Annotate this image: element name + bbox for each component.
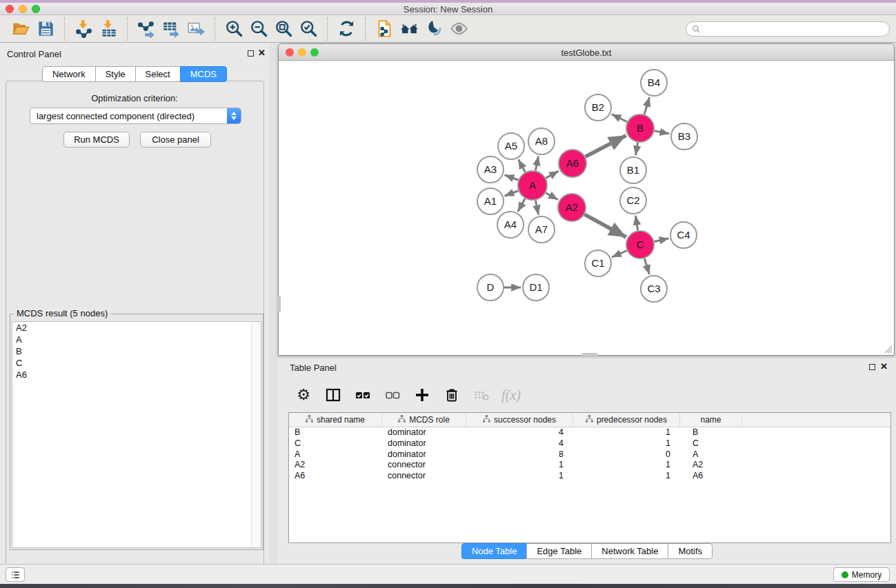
cell-predecessor-nodes[interactable]: 1 <box>573 427 680 438</box>
cell-predecessor-nodes[interactable]: 1 <box>573 471 680 482</box>
node-B3[interactable]: B3 <box>671 123 697 150</box>
cell-shared-name[interactable]: C <box>289 438 382 449</box>
node-A[interactable]: A <box>518 171 547 200</box>
network-graph[interactable]: B4B2BB3A8A5A6A3B1AA1C2A2A4A7C4CC1C3DD1 <box>279 61 894 355</box>
edge-A2-C[interactable] <box>584 214 626 237</box>
cell-predecessor-nodes[interactable]: 0 <box>573 449 680 460</box>
deselect-all-columns-button[interactable] <box>382 385 403 405</box>
cell-name[interactable]: A2 <box>680 460 742 471</box>
table-row[interactable]: A2connector11A2 <box>289 460 890 471</box>
cell-successor-nodes[interactable]: 4 <box>466 427 573 438</box>
edge-B-B1[interactable] <box>636 143 638 156</box>
tab-network[interactable]: Network <box>42 66 96 82</box>
open-folder-button[interactable] <box>8 17 33 41</box>
table-row[interactable]: Adominator80A <box>289 449 890 460</box>
node-D1[interactable]: D1 <box>523 274 549 301</box>
result-list-scrollbar[interactable] <box>251 322 261 547</box>
node-A7[interactable]: A7 <box>528 216 555 243</box>
edge-A-A2[interactable] <box>546 193 558 200</box>
node-A5[interactable]: A5 <box>498 133 524 159</box>
edge-A-A1[interactable] <box>505 191 519 196</box>
node-D[interactable]: D <box>477 274 504 301</box>
network-document-button[interactable] <box>372 17 397 41</box>
column-browse-button[interactable] <box>323 385 344 405</box>
cell-successor-nodes[interactable]: 1 <box>466 471 573 482</box>
delete-column-button[interactable] <box>441 385 462 405</box>
node-A4[interactable]: A4 <box>497 212 524 238</box>
cell-shared-name[interactable]: B <box>289 427 382 438</box>
edge-A6-B[interactable] <box>586 136 626 157</box>
cell-MCDS-role[interactable]: connector <box>382 471 466 482</box>
node-A1[interactable]: A1 <box>477 188 504 214</box>
edge-A-A4[interactable] <box>518 199 525 212</box>
float-panel-icon[interactable] <box>248 50 254 57</box>
cell-name[interactable]: B <box>680 427 742 438</box>
eye-button[interactable] <box>446 17 471 41</box>
select-all-columns-button[interactable] <box>352 385 373 405</box>
cell-MCDS-role[interactable]: dominator <box>382 449 466 460</box>
window-resize-grip[interactable] <box>882 343 893 354</box>
network-canvas[interactable]: B4B2BB3A8A5A6A3B1AA1C2A2A4A7C4CC1C3DD1 <box>279 61 894 355</box>
mcds-result-item[interactable]: B <box>12 345 261 357</box>
cell-MCDS-role[interactable]: dominator <box>382 427 466 438</box>
column-header-predecessor-nodes[interactable]: predecessor nodes <box>573 413 680 427</box>
node-B4[interactable]: B4 <box>641 70 667 96</box>
edge-C-C2[interactable] <box>635 216 637 231</box>
run-mcds-button[interactable]: Run MCDS <box>63 132 130 148</box>
tab-select[interactable]: Select <box>135 66 181 82</box>
cell-name[interactable]: A6 <box>680 471 742 482</box>
node-B[interactable]: B <box>626 114 654 142</box>
edge-B-B2[interactable] <box>612 114 627 122</box>
column-header-successor-nodes[interactable]: successor nodes <box>466 413 573 427</box>
edge-A-A3[interactable] <box>505 175 519 180</box>
tab-node-table[interactable]: Node Table <box>461 543 528 559</box>
edge-C-C3[interactable] <box>644 258 649 274</box>
node-B2[interactable]: B2 <box>585 94 611 121</box>
column-header-MCDS-role[interactable]: MCDS role <box>382 413 466 427</box>
tab-network-table[interactable]: Network Table <box>591 543 668 559</box>
tab-style[interactable]: Style <box>95 66 136 82</box>
column-header-name[interactable]: name <box>680 413 742 427</box>
cell-MCDS-role[interactable]: connector <box>382 460 466 471</box>
dropdown-stepper-icon[interactable] <box>227 108 241 123</box>
import-network-button[interactable] <box>71 17 96 41</box>
left-resize-notch[interactable] <box>278 296 281 312</box>
node-C1[interactable]: C1 <box>585 250 611 276</box>
node-A3[interactable]: A3 <box>477 156 504 183</box>
save-button[interactable] <box>33 17 58 41</box>
close-panel-button[interactable]: Close panel <box>140 132 211 148</box>
zoom-in-button[interactable] <box>221 17 246 41</box>
table-close-panel-icon[interactable]: ✕ <box>880 361 888 372</box>
mcds-result-item[interactable]: A6 <box>12 369 261 381</box>
close-panel-icon[interactable]: ✕ <box>258 48 266 58</box>
function-builder-button[interactable]: f(x) <box>501 385 521 405</box>
style-button[interactable] <box>421 17 446 41</box>
column-header-shared-name[interactable]: shared name <box>289 413 382 427</box>
cell-shared-name[interactable]: A6 <box>289 471 382 482</box>
window-titlebar[interactable]: Session: New Session <box>0 3 896 15</box>
mcds-result-item[interactable]: A <box>12 334 261 345</box>
table-float-panel-icon[interactable] <box>869 364 875 370</box>
cell-name[interactable]: A <box>680 449 742 460</box>
cell-shared-name[interactable]: A2 <box>289 460 382 471</box>
node-A8[interactable]: A8 <box>528 128 555 154</box>
export-network-button[interactable] <box>134 17 159 41</box>
export-image-button[interactable] <box>183 17 208 41</box>
mcds-result-item[interactable]: A2 <box>12 322 261 334</box>
export-table-button[interactable] <box>159 17 183 41</box>
zoom-out-button[interactable] <box>246 17 271 41</box>
node-C3[interactable]: C3 <box>641 276 667 302</box>
edge-B-B3[interactable] <box>655 131 670 134</box>
network-window-titlebar[interactable]: testGlobe.txt <box>279 44 894 61</box>
mcds-result-item[interactable]: C <box>12 357 261 369</box>
edge-C-C1[interactable] <box>612 250 627 257</box>
cell-predecessor-nodes[interactable]: 1 <box>573 438 680 449</box>
import-table-button[interactable] <box>96 17 121 41</box>
node-C2[interactable]: C2 <box>620 187 646 214</box>
node-A2[interactable]: A2 <box>558 194 586 221</box>
search-input[interactable] <box>686 21 890 37</box>
node-A6[interactable]: A6 <box>559 150 586 177</box>
node-C4[interactable]: C4 <box>670 222 697 248</box>
zoom-fit-button[interactable] <box>271 17 296 41</box>
tab-mcds[interactable]: MCDS <box>180 66 227 82</box>
